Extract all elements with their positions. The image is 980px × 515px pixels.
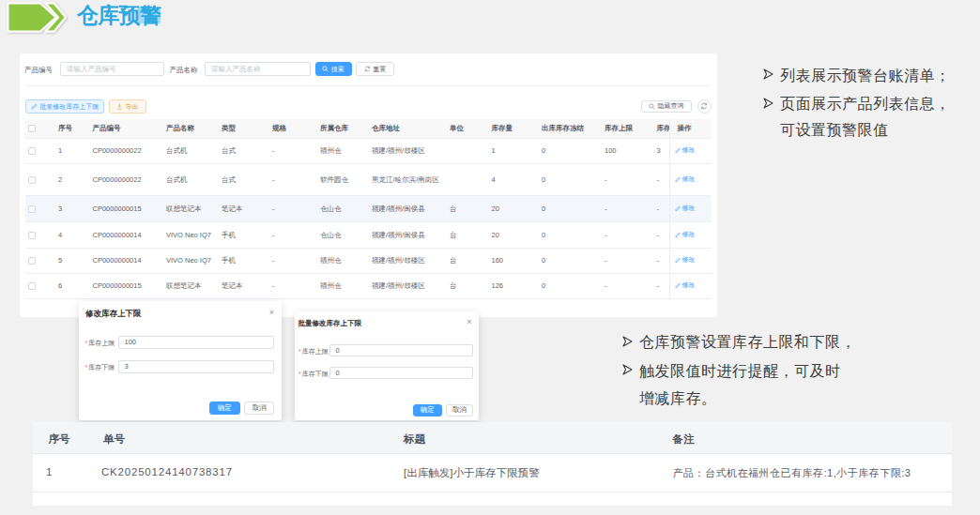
export-button[interactable]: 导出 — [109, 99, 146, 114]
refresh-icon — [700, 102, 708, 110]
product-name-input[interactable]: 请输入产品名称 — [205, 62, 311, 76]
edit-row-link[interactable]: 修改 — [675, 174, 696, 184]
table-cell: - — [269, 164, 317, 196]
table-cell: 台 — [447, 249, 489, 274]
cell-action: 修改 — [669, 196, 712, 222]
bullet-item: 可设置预警限值 — [780, 122, 889, 139]
edit-icon — [675, 282, 681, 289]
table-row: 5CP0000000014VIVO Neo IQ7手机-福州仓福建/福州/鼓楼区… — [25, 249, 712, 274]
download-icon — [116, 103, 123, 110]
lower-limit-input[interactable]: 3 — [118, 360, 275, 373]
col-order-no: 单号 — [103, 432, 125, 447]
row-checkbox[interactable] — [28, 176, 36, 184]
table-cell: CP0000000015 — [90, 196, 164, 222]
cancel-button[interactable]: 取消 — [446, 404, 474, 417]
table-cell: 福州仓 — [317, 274, 369, 299]
modal-title: 修改库存上下限 — [85, 309, 142, 320]
column-header: 库存量 — [489, 119, 540, 139]
cancel-button[interactable]: 取消 — [244, 401, 274, 416]
edit-label: 修改 — [682, 280, 696, 290]
table-cell: 仓山仓 — [317, 222, 369, 249]
slide: { "header": { "title": "仓库预警" }, "panel"… — [0, 0, 980, 515]
table-cell: 笔记本 — [219, 196, 269, 222]
upper-limit-input[interactable]: 0 — [329, 344, 473, 356]
select-all-checkbox[interactable] — [28, 125, 36, 132]
row-checkbox[interactable] — [28, 205, 36, 213]
search-button[interactable]: 搜索 — [315, 62, 352, 76]
page-title-text: 仓库预警 — [77, 3, 161, 27]
edit-row-link[interactable]: 修改 — [675, 280, 696, 290]
cell-checkbox — [25, 274, 55, 299]
close-icon[interactable]: × — [467, 318, 471, 326]
table-row: 6CP0000000015联想笔记本笔记本-福州仓福建/福州/鼓楼区台1260-… — [25, 274, 712, 299]
edit-label: 修改 — [682, 204, 696, 213]
logo-green-arrow — [3, 1, 69, 35]
edit-label: 修改 — [682, 174, 696, 184]
cell-seq: 1 — [46, 466, 52, 477]
table-cell: 台 — [447, 274, 489, 299]
table-cell: 软件园仓 — [317, 164, 369, 196]
confirm-button[interactable]: 确定 — [209, 401, 240, 416]
bullet-arrow-icon — [622, 364, 633, 375]
refresh-button[interactable] — [697, 99, 712, 114]
product-code-input[interactable]: 请输入产品编号 — [60, 62, 164, 76]
required-asterisk: * — [299, 371, 301, 377]
button-label: 取消 — [452, 405, 467, 415]
row-checkbox[interactable] — [28, 232, 36, 239]
row-checkbox[interactable] — [28, 147, 36, 155]
divider — [25, 85, 711, 86]
bullet-arrow-icon — [763, 98, 773, 109]
edit-icon — [675, 147, 681, 154]
edit-row-link[interactable]: 修改 — [675, 145, 696, 155]
table-cell: 20 — [489, 222, 540, 249]
table-cell: VIVO Neo IQ7 — [163, 222, 219, 249]
confirm-button[interactable]: 确定 — [413, 404, 442, 417]
edit-limit-modal: 修改库存上下限 × *库存上限 100 *库存下限 3 确定 取消 — [79, 301, 282, 420]
lower-limit-input[interactable]: 0 — [329, 367, 473, 379]
edit-row-link[interactable]: 修改 — [675, 230, 696, 239]
button-label: 取消 — [253, 403, 267, 413]
table-cell: 160 — [489, 249, 540, 274]
table-cell — [447, 139, 489, 164]
table-cell: 手机 — [219, 249, 269, 274]
table-cell: 4 — [55, 222, 90, 249]
edit-row-link[interactable]: 修改 — [675, 255, 696, 265]
table-cell: - — [602, 164, 654, 196]
edit-label: 修改 — [682, 230, 696, 239]
edit-label: 修改 — [682, 255, 696, 265]
placeholder-text: 请输入产品名称 — [211, 65, 261, 73]
button-label: 隐藏查询 — [658, 101, 684, 111]
cell-checkbox — [25, 222, 55, 249]
table-cell: 3 — [55, 196, 90, 222]
table-row: 2CP0000000022台式机台式-软件园仓黑龙江/哈尔滨/南岗区40--修改 — [25, 164, 712, 196]
table-cell: - — [654, 196, 670, 222]
edit-row-link[interactable]: 修改 — [675, 204, 696, 213]
table-cell: CP0000000015 — [90, 274, 164, 299]
field-label: 库存上限 — [88, 340, 115, 346]
col-seq: 序号 — [49, 432, 70, 447]
batch-edit-button[interactable]: 批量修改库存上下限 — [25, 99, 104, 114]
table-row: 3CP0000000015联想笔记本笔记本-仓山仓福建/福州/闽侯县台200--… — [25, 196, 712, 222]
upper-limit-input[interactable]: 100 — [118, 336, 275, 349]
table-cell: - — [654, 164, 670, 196]
product-code-label: 产品编号 — [24, 66, 53, 74]
hide-query-button[interactable]: 隐藏查询 — [641, 100, 693, 114]
column-header: 产品编号 — [90, 119, 164, 139]
column-header-checkbox — [25, 119, 55, 139]
close-icon[interactable]: × — [269, 309, 274, 317]
table-cell: CP0000000022 — [90, 139, 164, 164]
upper-limit-label: *库存上限 — [85, 339, 115, 348]
table-cell: 0 — [539, 139, 602, 164]
product-name-label: 产品名称 — [170, 66, 198, 74]
col-remark: 备注 — [673, 432, 695, 447]
required-asterisk: * — [85, 364, 88, 371]
bullet-item: 页面展示产品列表信息， — [780, 96, 951, 113]
table-cell: 0 — [539, 196, 602, 222]
input-value: 0 — [336, 346, 340, 355]
required-asterisk: * — [85, 340, 88, 346]
row-checkbox[interactable] — [28, 282, 36, 290]
column-header: 出库库存冻结 — [539, 119, 602, 139]
reset-button[interactable]: 重置 — [356, 62, 394, 76]
row-checkbox[interactable] — [28, 257, 36, 265]
cell-order-no: CK20250124140738317 — [101, 466, 233, 477]
